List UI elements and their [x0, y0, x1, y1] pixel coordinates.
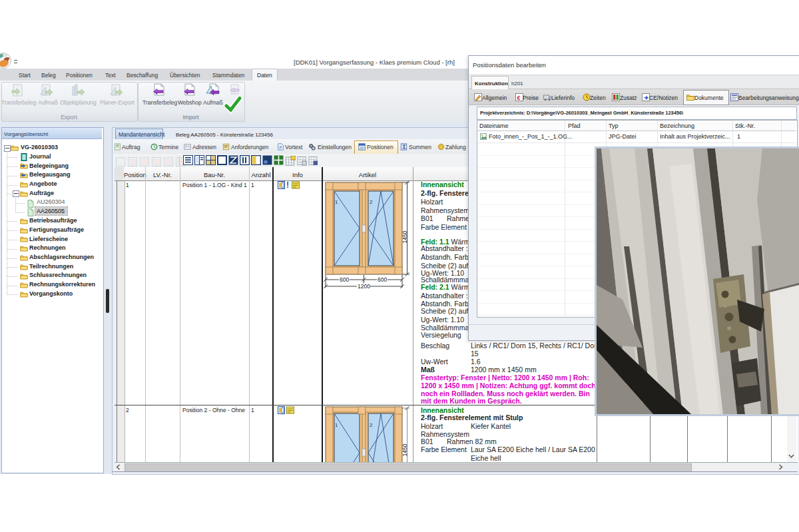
svg-text:1450: 1450 [401, 230, 408, 243]
svg-text:1450: 1450 [401, 443, 408, 456]
svg-text:600: 600 [378, 276, 387, 283]
svg-text:600: 600 [340, 276, 349, 283]
svg-text:1: 1 [335, 422, 338, 428]
svg-text:€: € [517, 95, 521, 101]
svg-text:2: 2 [370, 422, 373, 428]
svg-text:1: 1 [335, 199, 338, 205]
svg-text:1200: 1200 [358, 283, 370, 290]
svg-text:2: 2 [370, 199, 373, 205]
